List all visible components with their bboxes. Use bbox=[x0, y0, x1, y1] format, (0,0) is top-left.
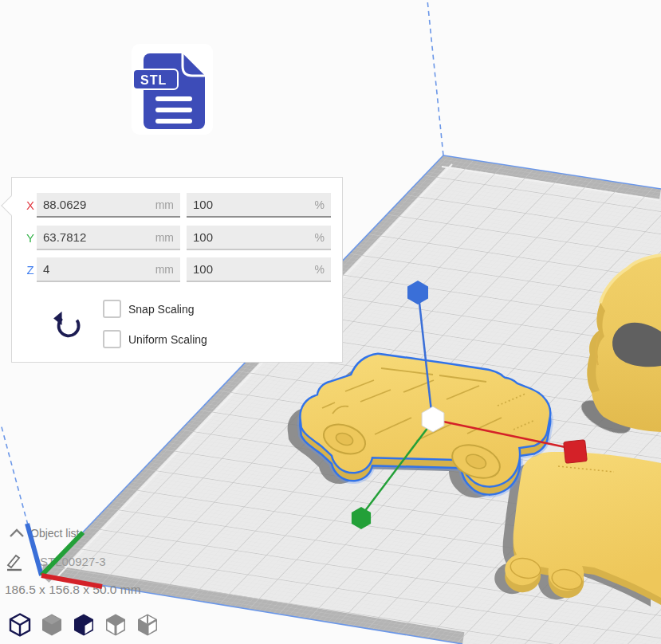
uniform-scaling-label: Uniform Scaling bbox=[128, 333, 207, 346]
view-front-button[interactable] bbox=[40, 613, 64, 638]
scale-y-percent-input[interactable] bbox=[187, 226, 331, 250]
model-bus-plate-2[interactable] bbox=[505, 452, 661, 605]
left-view-cube-icon bbox=[104, 613, 127, 637]
snap-scaling-label: Snap Scaling bbox=[128, 303, 195, 316]
stl-badge-label: STL bbox=[140, 73, 167, 87]
scale-x-mm-input[interactable] bbox=[37, 193, 180, 218]
top-view-cube-icon bbox=[73, 613, 95, 637]
edit-pencil-icon[interactable] bbox=[5, 552, 26, 574]
x-axis-label: X bbox=[23, 198, 37, 212]
chevron-up-icon[interactable] bbox=[8, 527, 26, 540]
view-top-button[interactable] bbox=[72, 613, 96, 638]
scale-handle-x[interactable] bbox=[564, 440, 588, 464]
scale-tool-panel: X Y Z mm % mm % mm % Snap Scaling Unifor… bbox=[11, 177, 343, 363]
reset-scale-button[interactable] bbox=[52, 308, 87, 344]
scale-y-mm-input[interactable] bbox=[37, 226, 180, 250]
scale-x-percent-input[interactable] bbox=[187, 193, 331, 218]
scale-z-mm-input[interactable] bbox=[37, 257, 180, 282]
build-volume-back-edge bbox=[427, 0, 443, 155]
view-right-button[interactable] bbox=[136, 613, 159, 638]
view-3d-button[interactable] bbox=[8, 613, 32, 638]
right-view-cube-icon bbox=[136, 613, 159, 637]
stl-file-badge: STL bbox=[132, 44, 213, 135]
stl-file-icon: STL bbox=[132, 44, 213, 135]
z-axis-label: Z bbox=[23, 263, 37, 277]
model-bounds-text: 186.5 x 156.8 x 50.0 mm bbox=[5, 583, 141, 597]
cura-viewport-screen: { "colors": { "background": "#fbfbfb", "… bbox=[0, 0, 661, 644]
scale-z-percent-input[interactable] bbox=[187, 257, 331, 282]
camera-view-toolbar bbox=[8, 613, 159, 638]
object-list-header[interactable]: Object list bbox=[30, 527, 79, 540]
snap-scaling-checkbox[interactable] bbox=[103, 300, 121, 318]
3d-view-cube-icon bbox=[9, 613, 31, 637]
view-left-button[interactable] bbox=[104, 613, 128, 638]
y-axis-label: Y bbox=[23, 231, 37, 245]
object-list-item-name[interactable]: STL00927-3 bbox=[40, 555, 106, 568]
front-view-cube-icon bbox=[41, 613, 63, 637]
uniform-scaling-checkbox[interactable] bbox=[103, 330, 121, 348]
reset-rotate-ccw-icon bbox=[52, 308, 87, 344]
